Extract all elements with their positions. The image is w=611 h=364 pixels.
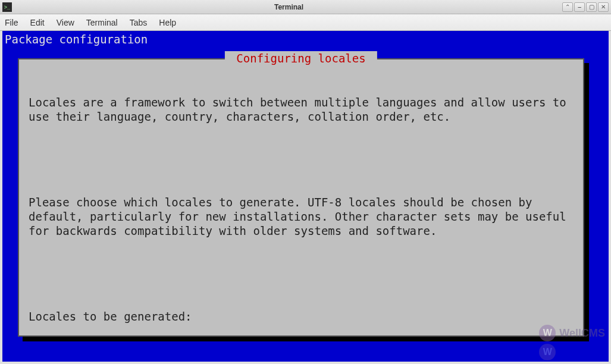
configure-locales-dialog: Configuring locales Locales are a framew…: [18, 58, 584, 337]
menu-tabs[interactable]: Tabs: [130, 18, 148, 27]
window-titlebar: >_ Terminal ⌃ ‒ ▢ ✕: [0, 0, 611, 14]
menu-view[interactable]: View: [57, 18, 74, 27]
window-up-button[interactable]: ⌃: [562, 2, 573, 12]
window-title: Terminal: [15, 3, 562, 11]
menu-terminal[interactable]: Terminal: [86, 18, 118, 27]
window-maximize-button[interactable]: ▢: [586, 2, 597, 12]
dialog-body: Locales are a framework to switch betwee…: [19, 59, 583, 362]
dialog-text-2: Please choose which locales to generate.…: [29, 195, 574, 238]
menu-edit[interactable]: Edit: [30, 18, 45, 27]
terminal-viewport[interactable]: Package configuration Configuring locale…: [2, 31, 609, 362]
window-close-button[interactable]: ✕: [598, 2, 609, 12]
terminal-app-icon: >_: [2, 2, 12, 12]
dialog-title: Configuring locales: [225, 51, 377, 65]
window-minimize-button[interactable]: ‒: [574, 2, 585, 12]
dialog-text-1: Locales are a framework to switch betwee…: [29, 95, 574, 124]
window-controls: ⌃ ‒ ▢ ✕: [562, 2, 609, 12]
dialog-prompt: Locales to be generated:: [29, 309, 574, 324]
menu-file[interactable]: File: [5, 18, 18, 27]
menu-bar: File Edit View Terminal Tabs Help: [0, 14, 611, 31]
menu-help[interactable]: Help: [159, 18, 176, 27]
package-config-header: Package configuration: [2, 31, 609, 48]
